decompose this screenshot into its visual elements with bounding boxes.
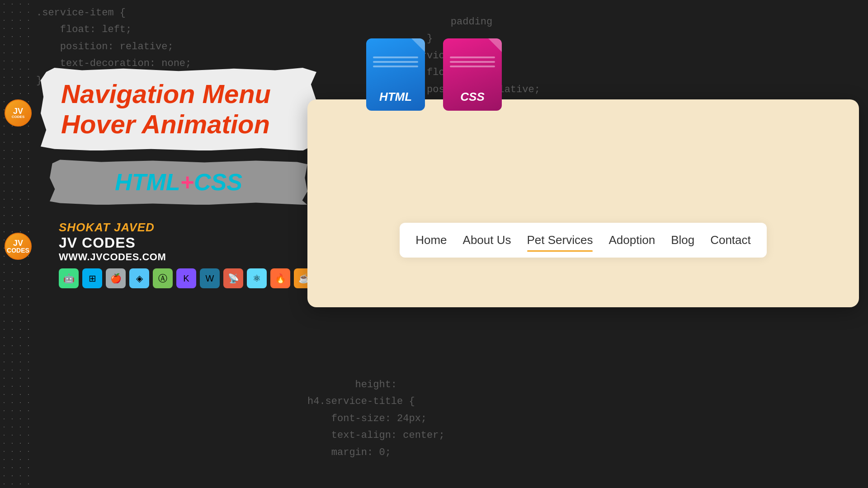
jv-logo-bottom: JV CODES bbox=[5, 233, 32, 260]
html-doc-line-2 bbox=[373, 61, 418, 63]
css-file-icon: CSS bbox=[443, 38, 502, 111]
css-file-label: CSS bbox=[460, 90, 484, 104]
brand-name: JV CODES bbox=[59, 235, 166, 251]
subtitle-css: CSS bbox=[194, 169, 242, 196]
html-file-icon: HTML bbox=[366, 38, 425, 111]
subtitle-text: HTML + CSS bbox=[50, 160, 307, 205]
css-file-lines bbox=[450, 56, 495, 70]
brush-subtitle-container: HTML + CSS bbox=[50, 160, 307, 205]
icon-react: ⚛ bbox=[247, 268, 267, 288]
nav-item-home[interactable]: Home bbox=[415, 231, 447, 249]
icon-android: 🤖 bbox=[59, 268, 79, 288]
demo-box: Home About Us Pet Services Adoption Blog… bbox=[307, 99, 859, 307]
icon-apple: 🍎 bbox=[106, 268, 126, 288]
subtitle-html: HTML bbox=[115, 169, 180, 196]
nav-item-blog[interactable]: Blog bbox=[671, 231, 694, 249]
jv-logo-top: JV CODES bbox=[5, 99, 32, 127]
jv-logo-top-codes: CODES bbox=[12, 115, 24, 119]
jv-logo-bottom-codes: CODES bbox=[7, 247, 29, 253]
icon-fire: 🔥 bbox=[270, 268, 290, 288]
nav-item-adoption[interactable]: Adoption bbox=[609, 231, 655, 249]
author-info: SHOKAT JAVED JV CODES WWW.JVCODES.COM bbox=[59, 221, 166, 263]
tech-icons-row: 🤖 ⊞ 🍎 ◈ Ⓐ K W 📡 ⚛ 🔥 ☕ 🐴 bbox=[59, 268, 337, 288]
css-doc-line-1 bbox=[450, 56, 495, 58]
html-file-label: HTML bbox=[379, 90, 412, 104]
title-text-area: Navigation Menu Hover Animation bbox=[50, 72, 307, 146]
jv-logo-top-jv: JV bbox=[13, 107, 23, 115]
icon-windows: ⊞ bbox=[82, 268, 102, 288]
css-doc-line-3 bbox=[450, 66, 495, 67]
title-line1: Navigation Menu bbox=[61, 79, 296, 109]
icon-wordpress: W bbox=[200, 268, 220, 288]
jv-logo-bottom-jv: JV bbox=[13, 239, 23, 247]
website: WWW.JVCODES.COM bbox=[59, 251, 166, 263]
css-file-corner bbox=[488, 38, 502, 52]
nav-item-contact[interactable]: Contact bbox=[710, 231, 751, 249]
html-doc-line-3 bbox=[373, 66, 418, 67]
nav-demo: Home About Us Pet Services Adoption Blog… bbox=[400, 223, 767, 258]
nav-item-pet-services[interactable]: Pet Services bbox=[527, 231, 593, 249]
html-doc-line-1 bbox=[373, 56, 418, 58]
icon-android2: Ⓐ bbox=[153, 268, 173, 288]
html-file-lines bbox=[373, 56, 418, 70]
html-file-corner bbox=[411, 38, 425, 52]
subtitle-plus: + bbox=[180, 169, 194, 196]
title-line2: Hover Animation bbox=[61, 109, 296, 140]
icon-flutter: ◈ bbox=[129, 268, 149, 288]
nav-item-about[interactable]: About Us bbox=[463, 231, 511, 249]
author-name: SHOKAT JAVED bbox=[59, 221, 166, 235]
left-panel: Navigation Menu Hover Animation HTML + C… bbox=[36, 0, 335, 488]
file-icons-container: HTML CSS bbox=[366, 38, 502, 111]
brush-title-container: Navigation Menu Hover Animation bbox=[50, 72, 307, 146]
right-panel: HTML CSS Home About Us Pet Services Adop… bbox=[307, 0, 868, 488]
icon-kotlin: K bbox=[176, 268, 196, 288]
css-doc-line-2 bbox=[450, 61, 495, 63]
icon-podcast: 📡 bbox=[223, 268, 243, 288]
